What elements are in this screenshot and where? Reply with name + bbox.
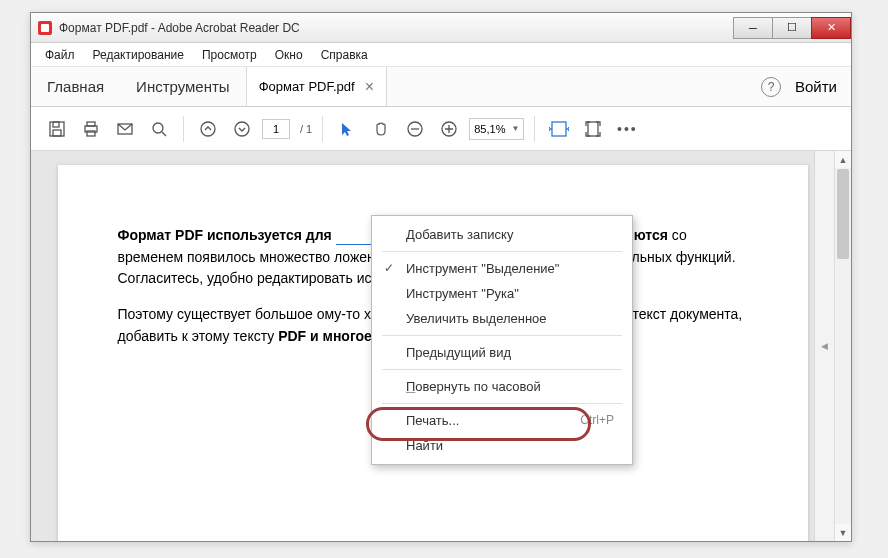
page-number-input[interactable] bbox=[262, 119, 290, 139]
tab-close-icon[interactable]: × bbox=[365, 79, 374, 95]
tab-document[interactable]: Формат PDF.pdf × bbox=[247, 67, 387, 106]
ctx-zoom-selection[interactable]: Увеличить выделенное bbox=[372, 306, 632, 331]
check-icon: ✓ bbox=[384, 261, 394, 275]
ctx-rotate-clockwise[interactable]: Повернуть по часовой bbox=[372, 374, 632, 399]
svg-rect-14 bbox=[552, 122, 566, 136]
vertical-scrollbar[interactable]: ▲ ▼ bbox=[834, 151, 851, 541]
svg-rect-6 bbox=[87, 122, 95, 126]
maximize-button[interactable]: ☐ bbox=[772, 17, 812, 39]
page-total-label: / 1 bbox=[300, 123, 312, 135]
app-icon bbox=[37, 20, 53, 36]
window-buttons: ─ ☐ ✕ bbox=[734, 17, 851, 39]
scroll-down-icon[interactable]: ▼ bbox=[835, 524, 851, 541]
minimize-button[interactable]: ─ bbox=[733, 17, 773, 39]
tab-tools[interactable]: Инструменты bbox=[120, 67, 246, 106]
menubar: Файл Редактирование Просмотр Окно Справк… bbox=[31, 43, 851, 67]
tabbar: Главная Инструменты Формат PDF.pdf × ? В… bbox=[31, 67, 851, 107]
svg-rect-3 bbox=[53, 122, 59, 127]
ctx-find[interactable]: Найти bbox=[372, 433, 632, 458]
shortcut-label: Ctrl+P bbox=[580, 413, 614, 428]
window-title: Формат PDF.pdf - Adobe Acrobat Reader DC bbox=[59, 21, 734, 35]
tools-pane-toggle[interactable] bbox=[814, 151, 834, 541]
more-tools-icon[interactable]: ••• bbox=[613, 115, 641, 143]
ctx-tool-select[interactable]: ✓Инструмент "Выделение" bbox=[372, 256, 632, 281]
titlebar: Формат PDF.pdf - Adobe Acrobat Reader DC… bbox=[31, 13, 851, 43]
zoom-select[interactable]: 85,1% ▼ bbox=[469, 118, 524, 140]
login-button[interactable]: Войти bbox=[795, 78, 837, 95]
mail-icon[interactable] bbox=[111, 115, 139, 143]
menu-help[interactable]: Справка bbox=[313, 46, 376, 64]
fit-page-icon[interactable] bbox=[579, 115, 607, 143]
context-menu: Добавить записку ✓Инструмент "Выделение"… bbox=[371, 215, 633, 465]
doc-tab-group: Формат PDF.pdf × bbox=[246, 67, 387, 106]
fit-width-icon[interactable] bbox=[545, 115, 573, 143]
close-button[interactable]: ✕ bbox=[811, 17, 851, 39]
svg-point-9 bbox=[153, 123, 163, 133]
ctx-separator bbox=[382, 369, 622, 370]
menu-view[interactable]: Просмотр bbox=[194, 46, 265, 64]
ctx-separator bbox=[382, 403, 622, 404]
page-up-icon[interactable] bbox=[194, 115, 222, 143]
zoom-out-icon[interactable] bbox=[401, 115, 429, 143]
tab-document-label: Формат PDF.pdf bbox=[259, 79, 355, 94]
save-icon[interactable] bbox=[43, 115, 71, 143]
ctx-add-note[interactable]: Добавить записку bbox=[372, 222, 632, 247]
help-icon[interactable]: ? bbox=[761, 77, 781, 97]
svg-rect-2 bbox=[50, 122, 64, 136]
menu-file[interactable]: Файл bbox=[37, 46, 83, 64]
page-down-icon[interactable] bbox=[228, 115, 256, 143]
scroll-thumb[interactable] bbox=[837, 169, 849, 259]
svg-rect-1 bbox=[41, 24, 49, 32]
menu-window[interactable]: Окно bbox=[267, 46, 311, 64]
ctx-separator bbox=[382, 251, 622, 252]
print-icon[interactable] bbox=[77, 115, 105, 143]
tab-home[interactable]: Главная bbox=[31, 67, 120, 106]
ctx-previous-view[interactable]: Предыдущий вид bbox=[372, 340, 632, 365]
hand-tool-icon[interactable] bbox=[367, 115, 395, 143]
svg-point-11 bbox=[235, 122, 249, 136]
toolbar: / 1 85,1% ▼ ••• bbox=[31, 107, 851, 151]
ctx-separator bbox=[382, 335, 622, 336]
zoom-in-icon[interactable] bbox=[435, 115, 463, 143]
search-icon[interactable] bbox=[145, 115, 173, 143]
scroll-up-icon[interactable]: ▲ bbox=[835, 151, 851, 168]
ctx-tool-hand[interactable]: Инструмент "Рука" bbox=[372, 281, 632, 306]
menu-edit[interactable]: Редактирование bbox=[85, 46, 192, 64]
chevron-down-icon: ▼ bbox=[511, 124, 519, 133]
ctx-print[interactable]: Печать...Ctrl+P bbox=[372, 408, 632, 433]
tabbar-right: ? Войти bbox=[747, 67, 851, 106]
pointer-tool-icon[interactable] bbox=[333, 115, 361, 143]
svg-point-10 bbox=[201, 122, 215, 136]
svg-rect-15 bbox=[588, 122, 598, 136]
svg-rect-4 bbox=[53, 130, 61, 136]
zoom-value: 85,1% bbox=[474, 123, 505, 135]
